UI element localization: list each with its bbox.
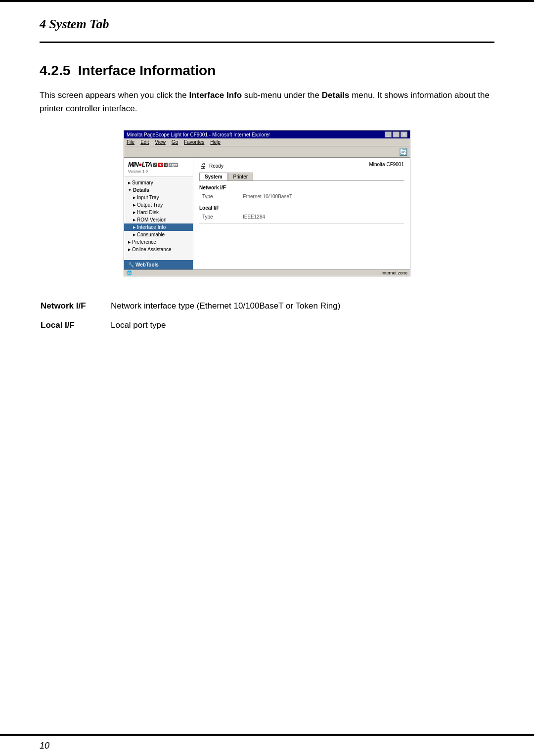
browser-screenshot: Minolta PageScope Light for CF9001 - Mic… <box>124 130 410 276</box>
minimize-button[interactable]: _ <box>385 132 392 137</box>
desc-def-network: Network interface type (Ethernet 10/100B… <box>111 297 493 315</box>
nav-rom-version[interactable]: ▶ ROM Version <box>124 216 193 223</box>
browser-body: MIN●LTA 7 90 3 Light Version 1.0 ▶ <box>124 158 410 269</box>
section-title: 4.2.5 Interface Information <box>40 63 494 79</box>
browser-statusbar: 🌐 Internet zone <box>124 269 410 276</box>
internet-zone-label: Internet zone <box>381 270 407 275</box>
header-section: 4 System Tab <box>0 2 534 63</box>
bottom-section: 10 <box>0 734 534 756</box>
nav-consumable-label: Consumable <box>137 232 165 237</box>
desc-def-local: Local port type <box>111 316 493 335</box>
arrow-hard-disk: ▶ <box>133 211 135 215</box>
version-text: Version 1.0 <box>128 169 189 174</box>
minolta-logo: MIN●LTA 7 90 3 Light <box>128 161 189 168</box>
nav-summary[interactable]: ▶ Summary <box>124 179 193 186</box>
desc-term-network: Network I/F <box>41 297 110 315</box>
status-area: 🖨 Ready <box>199 162 223 170</box>
logo-box-7: 7 <box>153 163 156 167</box>
network-if-table: Type Ethernet 10/100BaseT <box>199 192 404 201</box>
arrow-preference: ▶ <box>128 240 131 244</box>
browser-menubar: File Edit View Go Favorites Help <box>124 138 410 146</box>
interface-info-bold: Interface Info <box>189 90 242 100</box>
status-ready: Ready <box>209 163 223 169</box>
printer-name: Minolta CF9001 <box>369 162 404 167</box>
maximize-button[interactable]: □ <box>393 132 400 137</box>
network-type-label: Type <box>200 193 240 200</box>
table-row-network-type: Type Ethernet 10/100BaseT <box>200 193 403 200</box>
local-if-title: Local I/F <box>199 205 404 211</box>
nav-consumable[interactable]: ▶ Consumable <box>124 231 193 238</box>
nav-preference-label: Preference <box>132 239 156 245</box>
browser-content-area: 🖨 Ready Minolta CF9001 System Printer Ne… <box>193 158 410 269</box>
arrow-online-assistance: ▶ <box>128 248 131 252</box>
nav-output-tray-label: Output Tray <box>137 202 163 208</box>
browser-titlebar: Minolta PageScope Light for CF9001 - Mic… <box>124 131 410 138</box>
webtools-icon: 🔧 <box>128 262 134 267</box>
arrow-input-tray: ▶ <box>133 196 135 200</box>
close-button[interactable]: ✕ <box>400 132 407 137</box>
logo-box-90: 90 <box>158 163 163 167</box>
nav-input-tray[interactable]: ▶ Input Tray <box>124 194 193 201</box>
nav-input-tray-label: Input Tray <box>137 195 159 200</box>
arrow-output-tray: ▶ <box>133 203 135 207</box>
description-table: Network I/F Network interface type (Ethe… <box>40 296 494 336</box>
main-content: 4.2.5 Interface Information This screen … <box>0 63 534 336</box>
nav-hard-disk[interactable]: ▶ Hard Disk <box>124 209 193 216</box>
page-number: 10 <box>0 736 534 756</box>
header-bottom-rule <box>40 42 494 43</box>
logo-icons: 7 90 3 Light <box>153 163 178 167</box>
refresh-icon[interactable]: 🔄 <box>399 147 407 156</box>
sidebar-webtools[interactable]: 🔧 WebTools <box>124 260 193 269</box>
printer-icon: 🖨 <box>199 162 206 170</box>
network-type-value: Ethernet 10/100BaseT <box>241 193 403 200</box>
status-globe-icon: 🌐 <box>127 270 132 275</box>
nav-summary-label: Summary <box>132 180 153 185</box>
desc-term-local: Local I/F <box>41 316 110 335</box>
nav-details-label: Details <box>133 187 149 193</box>
chapter-title: 4 System Tab <box>40 17 494 32</box>
sidebar-logo-area: MIN●LTA 7 90 3 Light Version 1.0 <box>124 158 193 177</box>
menu-edit[interactable]: Edit <box>140 139 149 145</box>
network-if-title: Network I/F <box>199 185 404 190</box>
tab-printer[interactable]: Printer <box>228 173 253 180</box>
content-divider-2 <box>199 223 404 223</box>
nav-rom-version-label: ROM Version <box>137 217 166 222</box>
nav-hard-disk-label: Hard Disk <box>137 210 159 215</box>
logo-box-light: Light <box>169 163 178 167</box>
arrow-summary: ▶ <box>128 181 131 185</box>
description-paragraph: This screen appears when you click the I… <box>40 89 494 115</box>
browser-sidebar: MIN●LTA 7 90 3 Light Version 1.0 ▶ <box>124 158 193 269</box>
nav-interface-info[interactable]: ▶ Interface Info <box>124 223 193 231</box>
nav-details[interactable]: ▼ Details <box>124 186 193 194</box>
menu-file[interactable]: File <box>127 139 134 145</box>
menu-help[interactable]: Help <box>210 139 221 145</box>
nav-online-assistance-label: Online Assistance <box>132 247 172 252</box>
content-divider-1 <box>199 203 404 203</box>
browser-controls: _ □ ✕ <box>385 132 407 137</box>
logo-box-3: 3 <box>164 163 168 167</box>
nav-interface-info-label: Interface Info <box>137 224 166 230</box>
nav-online-assistance[interactable]: ▶ Online Assistance <box>124 246 193 253</box>
local-type-value: IEEE1284 <box>241 214 403 220</box>
description-row-local: Local I/F Local port type <box>41 316 493 335</box>
menu-go[interactable]: Go <box>172 139 178 145</box>
content-header-row: 🖨 Ready Minolta CF9001 <box>199 162 404 170</box>
menu-view[interactable]: View <box>155 139 166 145</box>
menu-favorites[interactable]: Favorites <box>184 139 204 145</box>
table-row-local-type: Type IEEE1284 <box>200 214 403 220</box>
local-if-table: Type IEEE1284 <box>199 213 404 221</box>
nav-preference[interactable]: ▶ Preference <box>124 238 193 246</box>
arrow-interface-info: ▶ <box>133 225 135 229</box>
webtools-label: WebTools <box>135 262 159 267</box>
details-bold: Details <box>322 90 350 100</box>
browser-title-text: Minolta PageScope Light for CF9001 - Mic… <box>127 132 270 137</box>
tab-system[interactable]: System <box>199 173 228 180</box>
arrow-consumable: ▶ <box>133 233 135 237</box>
sidebar-nav: ▶ Summary ▼ Details ▶ Input Tray ▶ Outpu… <box>124 177 193 255</box>
description-row-network: Network I/F Network interface type (Ethe… <box>41 297 493 315</box>
local-type-label: Type <box>200 214 240 220</box>
arrow-details: ▼ <box>128 188 132 192</box>
nav-output-tray[interactable]: ▶ Output Tray <box>124 201 193 209</box>
content-tabs: System Printer <box>199 173 404 181</box>
browser-icon-bar: 🔄 <box>124 146 410 158</box>
